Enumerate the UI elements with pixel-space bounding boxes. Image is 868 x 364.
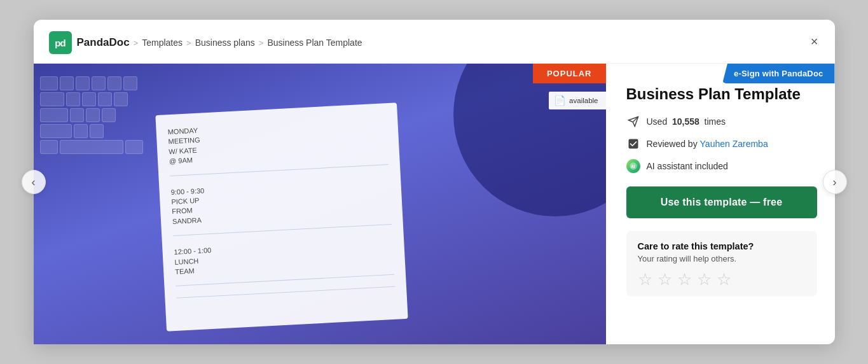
right-panel: e-Sign with PandaDoc Business Plan Templ… (606, 64, 835, 344)
modal: ‹ › pd PandaDoc > Templates > Business p… (34, 20, 835, 344)
modal-overlay: ‹ › pd PandaDoc > Templates > Business p… (0, 0, 868, 364)
next-arrow-button[interactable]: › (823, 170, 847, 194)
breadcrumb-templates[interactable]: Templates (142, 38, 183, 48)
meta-used: Used 10,558 times (626, 115, 817, 129)
breadcrumb-sep-2: > (259, 38, 264, 48)
pdf-available-badge: 📄 available (549, 92, 605, 109)
logo-name: PandaDoc (77, 36, 130, 49)
pdf-icon: 📄 (554, 95, 566, 106)
star-4[interactable]: ☆ (697, 271, 712, 288)
panel-content: Business Plan Template Used 10,558 (626, 80, 817, 297)
reviewed-by-text: Reviewed by Yauhen Zaremba (647, 139, 768, 149)
template-title: Business Plan Template (626, 85, 817, 103)
esign-banner: e-Sign with PandaDoc (722, 64, 835, 83)
template-image-bg: MONDAYMEETINGW/ KATE@ 9AM 9:00 - 9:30PIC… (34, 64, 606, 344)
star-2[interactable]: ☆ (658, 271, 672, 288)
logo-icon: pd (49, 31, 72, 54)
meta-reviewed: Reviewed by Yauhen Zaremba (626, 137, 817, 151)
breadcrumb-category[interactable]: Business plans (195, 38, 255, 48)
rating-section: Care to rate this template? Your rating … (626, 231, 817, 297)
breadcrumb-sep-0: > (134, 38, 139, 48)
meta-ai: AI AI assistant included (626, 159, 817, 173)
breadcrumb-current: Business Plan Template (267, 38, 362, 48)
popular-badge: POPULAR (533, 64, 606, 83)
modal-body: MONDAYMEETINGW/ KATE@ 9AM 9:00 - 9:30PIC… (34, 64, 835, 344)
star-1[interactable]: ☆ (638, 271, 652, 288)
template-image: MONDAYMEETINGW/ KATE@ 9AM 9:00 - 9:30PIC… (34, 64, 606, 344)
logo: pd PandaDoc (49, 31, 130, 54)
star-3[interactable]: ☆ (677, 271, 692, 288)
send-icon (626, 115, 640, 129)
check-badge-icon (626, 137, 640, 151)
decorative-circle (453, 64, 606, 216)
svg-text:AI: AI (631, 164, 635, 169)
use-template-button[interactable]: Use this template — free (626, 186, 817, 218)
ai-label: AI assistant included (647, 161, 728, 171)
used-times-text: Used 10,558 times (647, 116, 726, 127)
rating-subtitle: Your rating will help others. (638, 254, 806, 263)
prev-arrow-button[interactable]: ‹ (22, 170, 46, 194)
star-rating[interactable]: ☆ ☆ ☆ ☆ ☆ (638, 271, 806, 288)
close-button[interactable]: × (807, 32, 822, 50)
modal-header: pd PandaDoc > Templates > Business plans… (34, 20, 835, 64)
reviewer-link[interactable]: Yauhen Zaremba (700, 139, 768, 149)
rating-title: Care to rate this template? (638, 241, 806, 251)
breadcrumb: > Templates > Business plans > Business … (134, 38, 362, 48)
breadcrumb-sep-1: > (186, 38, 191, 48)
star-5[interactable]: ☆ (717, 271, 731, 288)
notebook-decoration: MONDAYMEETINGW/ KATE@ 9AM 9:00 - 9:30PIC… (155, 102, 408, 331)
ai-icon: AI (626, 159, 640, 173)
